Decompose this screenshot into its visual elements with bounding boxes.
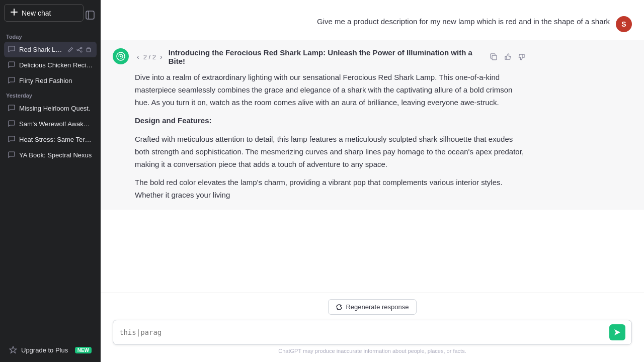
ai-section-title: Design and Features: — [135, 115, 527, 127]
chat-icon — [8, 61, 15, 69]
sidebar-bottom: Upgrade to Plus NEW — [4, 342, 97, 358]
ai-body: Dive into a realm of extraordinary light… — [135, 71, 527, 202]
pagination-display: 2 / 2 — [143, 53, 156, 61]
svg-line-7 — [78, 48, 80, 50]
ai-message-content: ‹ 2 / 2 › Introducing the Ferocious Red … — [135, 48, 527, 202]
regenerate-button[interactable]: Regenerate response — [328, 299, 416, 315]
sidebar-top-row: New chat — [4, 4, 97, 26]
sidebar-item-heat[interactable]: Heat Stress: Same Terms — [4, 132, 97, 147]
pagination: ‹ 2 / 2 › — [135, 52, 165, 62]
regenerate-row: Regenerate response — [113, 299, 632, 315]
ai-message-header: ‹ 2 / 2 › Introducing the Ferocious Red … — [135, 48, 527, 65]
input-area: Regenerate response ChatGPT may produce … — [101, 293, 644, 362]
svg-rect-2 — [86, 11, 94, 19]
yesterday-section-label: Yesterday — [4, 88, 97, 101]
upgrade-label: Upgrade to Plus — [21, 346, 68, 354]
sidebar-item-ya[interactable]: YA Book: Spectral Nexus — [4, 147, 97, 163]
svg-rect-9 — [87, 48, 91, 52]
sidebar-item-label: Red Shark Lamp: Inn — [19, 46, 62, 53]
disclaimer: ChatGPT may produce inaccurate informati… — [113, 348, 632, 354]
new-badge: NEW — [75, 347, 92, 353]
svg-point-11 — [120, 56, 122, 57]
user-message: Give me a product description for my new… — [101, 8, 644, 40]
thumbs-down-button[interactable] — [516, 51, 527, 62]
sidebar-item-red-shark[interactable]: Red Shark Lamp: Inn — [4, 42, 97, 57]
ai-paragraph-3: The bold red color elevates the lamp's c… — [135, 176, 527, 202]
chat-icon — [8, 120, 15, 128]
sidebar-item-label: Flirty Red Fashion — [19, 77, 93, 84]
today-section-label: Today — [4, 30, 97, 42]
ai-message: ‹ 2 / 2 › Introducing the Ferocious Red … — [101, 40, 644, 210]
svg-point-5 — [77, 49, 78, 50]
sidebar-item-heirloom[interactable]: Missing Heirloom Quest. — [4, 101, 97, 116]
input-row — [113, 320, 632, 345]
sidebar-item-label: Delicious Chicken Recipe — [19, 61, 93, 69]
regenerate-label: Regenerate response — [346, 303, 409, 311]
chat-item-actions — [66, 46, 93, 54]
sidebar-item-flirty[interactable]: Flirty Red Fashion — [4, 73, 97, 88]
copy-message-button[interactable] — [488, 51, 499, 62]
chat-icon — [8, 76, 15, 85]
user-avatar: S — [616, 16, 632, 32]
svg-rect-12 — [492, 55, 497, 60]
svg-point-4 — [80, 47, 82, 49]
new-chat-label: New chat — [22, 9, 51, 17]
ai-avatar — [113, 48, 129, 64]
sidebar: New chat Today Red Shark Lamp: Inn De — [0, 0, 101, 362]
ai-paragraph-1: Dive into a realm of extraordinary light… — [135, 71, 527, 109]
pagination-prev-button[interactable]: ‹ — [135, 52, 141, 62]
svg-point-6 — [80, 51, 82, 52]
upgrade-button[interactable]: Upgrade to Plus NEW — [4, 342, 97, 358]
thumbs-up-button[interactable] — [502, 51, 513, 62]
sidebar-item-werewolf[interactable]: Sam's Werewolf Awakening — [4, 116, 97, 132]
user-message-text: Give me a product description for my new… — [317, 16, 610, 28]
chat-area: Give me a product description for my new… — [101, 0, 644, 293]
chat-input[interactable] — [119, 327, 609, 338]
chat-icon — [8, 151, 15, 159]
plus-icon — [11, 9, 18, 17]
ai-response-title: Introducing the Ferocious Red Shark Lamp… — [169, 48, 484, 65]
sidebar-collapse-button[interactable] — [84, 9, 97, 22]
delete-chat-button[interactable] — [85, 46, 93, 54]
new-chat-button[interactable]: New chat — [4, 4, 84, 22]
sidebar-item-chicken[interactable]: Delicious Chicken Recipe — [4, 57, 97, 73]
edit-chat-button[interactable] — [66, 46, 74, 54]
pagination-next-button[interactable]: › — [158, 52, 165, 62]
chat-icon — [8, 104, 15, 113]
main-content: Give me a product description for my new… — [101, 0, 644, 362]
chat-icon — [8, 45, 15, 54]
sidebar-item-label: YA Book: Spectral Nexus — [19, 151, 93, 159]
chat-icon — [8, 135, 15, 144]
svg-line-8 — [78, 50, 80, 51]
ai-paragraph-2: Crafted with meticulous attention to det… — [135, 133, 527, 170]
message-actions — [488, 51, 527, 62]
share-chat-button[interactable] — [75, 46, 84, 54]
sidebar-item-label: Sam's Werewolf Awakening — [19, 120, 93, 128]
send-button[interactable] — [609, 324, 625, 340]
sidebar-item-label: Missing Heirloom Quest. — [19, 105, 93, 112]
sidebar-item-label: Heat Stress: Same Terms — [19, 136, 93, 143]
